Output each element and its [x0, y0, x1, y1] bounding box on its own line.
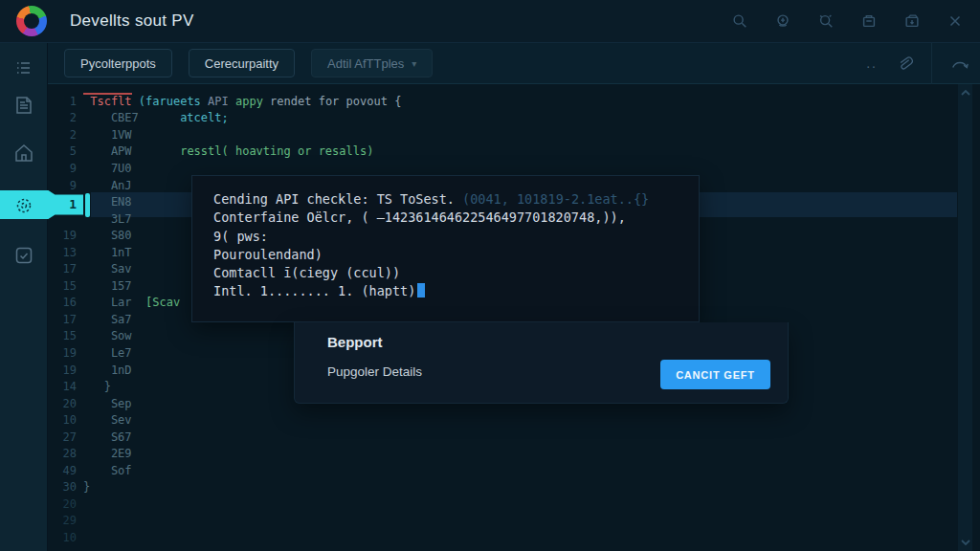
code-token: resstl( hoavting or resalls) [132, 144, 374, 158]
scroll-up-icon[interactable] [960, 88, 971, 98]
code-line-26[interactable]: 29 [48, 513, 959, 530]
code-token: EN8 [83, 195, 132, 209]
line-number: 29 [48, 514, 83, 527]
code-token: (farueets [132, 95, 201, 108]
code-token: Tscflt [83, 93, 132, 108]
undo-arc-icon[interactable] [949, 54, 970, 73]
code-line-24[interactable]: 30} [48, 479, 959, 496]
code-line-27[interactable]: 10 [48, 529, 959, 546]
app-title: Devellts sout PV [70, 11, 194, 31]
code-line-2[interactable]: 2 CBE7 atcelt; [48, 110, 959, 127]
app-window: Devellts sout PV PycolterppotsCerecurpai… [0, 0, 980, 551]
code-token: AnJ [83, 179, 132, 192]
active-line-number: 1 [69, 197, 77, 211]
dialog-title: Bepport [327, 334, 383, 350]
code-token: 2E9 [83, 447, 132, 460]
code-token: [Scav [132, 296, 181, 309]
search-icon[interactable] [730, 11, 749, 31]
line-content: S67 [83, 430, 959, 444]
sidebar-item-document[interactable] [11, 93, 36, 118]
code-line-1[interactable]: 1 Tscflt (farueets API appy rendet for p… [48, 93, 959, 110]
code-line-20[interactable]: 10 Sev [48, 411, 959, 429]
line-number: 13 [48, 246, 83, 259]
line-number: 16 [48, 296, 83, 309]
overflow-menu-button[interactable]: .. [866, 58, 878, 68]
code-token: 7U0 [83, 162, 132, 175]
console-text: Cending API checkle: TS ToSest. [213, 191, 462, 207]
console-line-3: 9( pws: [213, 228, 699, 246]
code-token: CBE7 [83, 111, 139, 124]
code-token: API [201, 95, 235, 108]
code-line-23[interactable]: 49 Sof [48, 462, 959, 479]
code-token: Sep [83, 397, 132, 410]
tab-1[interactable]: Pycolterppots [64, 49, 172, 77]
line-number: 19 [48, 364, 83, 377]
sidebar-item-home[interactable] [11, 141, 36, 165]
code-line-25[interactable]: 20 [48, 496, 959, 513]
console-line-2: Conterfaine Oëlcr, ( —142361464622546497… [213, 209, 699, 227]
console-line-5: Comtacll ī(ciegy (ccul)) [213, 264, 699, 282]
close-icon[interactable] [946, 11, 965, 31]
archive-icon[interactable] [902, 11, 922, 31]
activity-sidebar [0, 43, 48, 551]
code-token: atcelt; [139, 111, 229, 124]
line-number: 2 [48, 111, 83, 124]
tab-bar-right: .. [866, 43, 980, 84]
code-token: Lar [83, 296, 132, 309]
console-text: Intl. 1........ 1. (haptt) [213, 283, 415, 298]
code-line-22[interactable]: 28 2E9 [48, 445, 959, 462]
code-line-4[interactable]: 5 APW resstl( hoavting or resalls) [48, 143, 959, 161]
code-token: S67 [83, 430, 132, 444]
console-text: Conterfaine Oëlcr, ( —142361464622546497… [213, 209, 626, 225]
report-dialog: Bepport Pupgoler Details CANCIT GEFT [294, 322, 789, 404]
scroll-down-icon[interactable] [960, 538, 971, 547]
line-content: Sof [83, 464, 959, 477]
console-overlay: Cending API checkle: TS ToSest. (0041, 1… [191, 175, 700, 322]
editor-cursor [85, 193, 90, 217]
code-token: } [83, 480, 90, 494]
line-content: 7U0 [83, 162, 959, 175]
line-number: 9 [48, 162, 83, 175]
tab-3[interactable]: Adtil AfTTples▾ [311, 49, 433, 77]
sidebar-item-gear[interactable] [11, 193, 36, 218]
paperclip-icon[interactable] [895, 54, 914, 73]
titlebar-actions [730, 11, 980, 31]
console-caret [417, 283, 425, 298]
line-number: 17 [48, 313, 83, 326]
sidebar-item-checkbox[interactable] [11, 243, 36, 268]
code-token: appy [235, 95, 263, 108]
clipboard-icon[interactable] [859, 11, 879, 31]
cancel-confirm-button[interactable]: CANCIT GEFT [660, 360, 770, 389]
line-number: 10 [48, 413, 83, 427]
line-number: 10 [48, 531, 83, 544]
code-token: rendet for povout { [263, 95, 402, 108]
line-number: 20 [48, 397, 83, 410]
console-text: Pouroulendand) [213, 247, 323, 262]
tab-label: Cerecurpaitty [205, 56, 278, 71]
line-number: 19 [48, 229, 83, 242]
code-line-3[interactable]: 2 1VW [48, 126, 959, 143]
tab-bar: PycolterppotsCerecurpaittyAdtil AfTTples… [48, 43, 980, 84]
code-line-21[interactable]: 27 S67 [48, 429, 959, 446]
tab-label: Pycolterppots [80, 56, 156, 71]
code-token: 3L7 [83, 212, 132, 226]
code-token: Le7 [83, 346, 132, 360]
line-content: 2E9 [83, 447, 959, 460]
dialog-label: Pupgoler Details [327, 364, 422, 379]
line-content: 1VW [83, 128, 959, 142]
sidebar-item-list[interactable] [11, 55, 36, 80]
console-line-1: Cending API checkle: TS ToSest. (0041, 1… [213, 190, 699, 209]
scrollbar[interactable] [958, 84, 972, 551]
chevron-down-icon: ▾ [412, 58, 416, 69]
code-token: 1VW [83, 128, 132, 142]
line-number: 17 [48, 262, 83, 276]
code-token: Sof [83, 464, 132, 477]
console-line-4: Pouroulendand) [213, 246, 699, 264]
line-number: 19 [48, 346, 83, 360]
code-token: 1nD [83, 364, 132, 377]
search-replace-icon[interactable] [816, 11, 835, 31]
line-content: CBE7 atcelt; [83, 111, 959, 124]
settings-badge-icon[interactable] [773, 11, 792, 31]
line-content: APW resstl( hoavting or resalls) [83, 144, 959, 158]
tab-2[interactable]: Cerecurpaitty [189, 49, 295, 77]
